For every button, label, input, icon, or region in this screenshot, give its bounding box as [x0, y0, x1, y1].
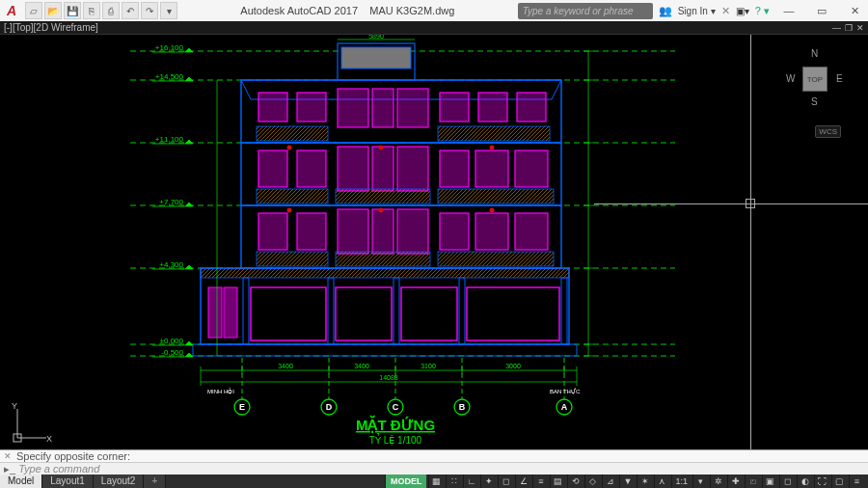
- status-grid-icon[interactable]: ▦: [428, 474, 444, 488]
- status-annomon-icon[interactable]: ✚: [727, 474, 743, 488]
- doc-minimize-icon[interactable]: —: [832, 23, 841, 33]
- svg-marker-84: [185, 265, 193, 269]
- status-isolate-icon[interactable]: ◐: [797, 474, 812, 488]
- svg-point-49: [379, 208, 384, 213]
- svg-rect-55: [251, 287, 326, 340]
- status-model-toggle[interactable]: MODEL: [385, 474, 427, 488]
- qat-more-icon[interactable]: ▾: [160, 2, 177, 19]
- svg-rect-62: [459, 278, 465, 344]
- status-annoscale-icon[interactable]: ⋏: [654, 474, 669, 488]
- svg-rect-45: [257, 252, 328, 266]
- ucs-x-label: X: [46, 434, 52, 444]
- signin-button[interactable]: Sign In ▾: [678, 6, 716, 16]
- svg-rect-63: [561, 278, 567, 344]
- svg-marker-80: [185, 140, 193, 144]
- status-lockui-icon[interactable]: ◻: [779, 474, 795, 488]
- status-workspace-icon[interactable]: ✲: [710, 474, 725, 488]
- svg-rect-28: [475, 150, 508, 187]
- svg-rect-43: [475, 213, 508, 250]
- status-cleanscreen-icon[interactable]: ▢: [831, 474, 847, 488]
- floor-2: [241, 205, 561, 268]
- doc-close-icon[interactable]: ✕: [856, 23, 864, 33]
- open-icon[interactable]: 📂: [44, 2, 62, 19]
- help-search-input[interactable]: Type a keyword or phrase: [518, 3, 653, 19]
- svg-rect-44: [515, 213, 548, 250]
- svg-rect-54: [224, 287, 237, 338]
- svg-marker-82: [185, 203, 193, 206]
- svg-marker-78: [185, 77, 193, 81]
- plot-icon[interactable]: ⎙: [102, 2, 120, 19]
- layout-tab-model[interactable]: Model: [0, 474, 42, 488]
- undo-icon[interactable]: ↶: [122, 2, 139, 19]
- status-customize-icon[interactable]: ≡: [849, 474, 864, 488]
- floor-3: [241, 143, 561, 205]
- status-cycling-icon[interactable]: ⟲: [567, 474, 583, 488]
- status-quickprops-icon[interactable]: ▣: [762, 474, 777, 488]
- redo-icon[interactable]: ↷: [141, 2, 158, 19]
- ucs-icon: [14, 409, 46, 442]
- ucs-y-label: Y: [12, 401, 17, 411]
- svg-rect-30: [257, 189, 328, 203]
- svg-rect-25: [372, 147, 393, 191]
- svg-rect-18: [517, 93, 546, 122]
- status-filter-icon[interactable]: ▼: [619, 474, 635, 488]
- floor-ground: [201, 268, 569, 344]
- app-logo-icon[interactable]: A: [3, 2, 20, 19]
- app-name: Autodesk AutoCAD 2017: [240, 5, 358, 16]
- status-otrack-icon[interactable]: ∠: [515, 474, 530, 488]
- svg-rect-24: [338, 147, 368, 191]
- dim-seg: 3100: [420, 363, 436, 369]
- svg-rect-19: [257, 126, 328, 141]
- doc-restore-icon[interactable]: ❐: [845, 23, 853, 33]
- layout-tab-add[interactable]: +: [144, 474, 166, 488]
- svg-rect-61: [393, 278, 399, 344]
- grid-bubble-c: C: [393, 402, 399, 412]
- exchange-icon[interactable]: ✕: [721, 5, 730, 17]
- level-label: +14.500: [155, 72, 184, 81]
- status-osnap-icon[interactable]: ◻: [498, 474, 513, 488]
- status-units-icon[interactable]: ⏍: [745, 474, 760, 488]
- svg-rect-32: [438, 189, 554, 203]
- svg-rect-26: [397, 147, 428, 191]
- layout-tab-2[interactable]: Layout2: [94, 474, 145, 488]
- saveas-icon[interactable]: ⎘: [83, 2, 100, 19]
- status-hardware-icon[interactable]: ⛶: [814, 474, 829, 488]
- level-label: -0.500: [161, 348, 183, 357]
- status-ortho-icon[interactable]: ∟: [463, 474, 478, 488]
- status-lineweight-icon[interactable]: ≡: [532, 474, 548, 488]
- status-transparency-icon[interactable]: ▤: [550, 474, 565, 488]
- bottom-bar: Model Layout1 Layout2 + MODEL ▦ ∷ ∟ ✦ ◻ …: [0, 474, 868, 488]
- cmd-close-icon[interactable]: ✕: [4, 450, 14, 463]
- maximize-button[interactable]: ▭: [808, 1, 835, 20]
- svg-rect-42: [440, 213, 469, 250]
- new-icon[interactable]: ▱: [25, 2, 42, 19]
- status-scale-dropdown-icon[interactable]: ▾: [692, 474, 708, 488]
- svg-point-50: [490, 208, 495, 213]
- status-scale-value[interactable]: 1:1: [671, 474, 691, 488]
- grid-bubble-e: E: [239, 402, 245, 412]
- svg-rect-64: [193, 344, 577, 356]
- infocenter-icon[interactable]: 👥: [659, 5, 672, 17]
- status-gizmo-icon[interactable]: ✶: [637, 474, 652, 488]
- svg-rect-23: [297, 150, 326, 187]
- viewport-label[interactable]: [-][Top][2D Wireframe]: [4, 22, 98, 33]
- svg-rect-52: [201, 268, 569, 278]
- level-label: +11.100: [155, 135, 184, 144]
- help-icon[interactable]: ? ▾: [755, 5, 770, 17]
- status-dynucs-icon[interactable]: ⊿: [602, 474, 617, 488]
- save-icon[interactable]: 💾: [64, 2, 81, 19]
- title-right-cluster: 👥 Sign In ▾ ✕ ▣▾ ? ▾ — ▭ ✕: [659, 1, 868, 20]
- layout-tab-1[interactable]: Layout1: [42, 474, 94, 488]
- drawing-viewport[interactable]: N S E W TOP WCS: [0, 35, 868, 449]
- svg-rect-37: [258, 213, 287, 250]
- svg-rect-20: [438, 126, 550, 141]
- drawing-content: E D C B A +16.100 +14.500 +11.100 +7.700…: [0, 35, 868, 449]
- svg-rect-60: [328, 278, 334, 344]
- close-button[interactable]: ✕: [841, 1, 868, 20]
- stayconnected-icon[interactable]: ▣▾: [736, 6, 749, 16]
- dim-top: 5890: [368, 35, 384, 40]
- status-3dosnap-icon[interactable]: ◇: [584, 474, 600, 488]
- status-snap-icon[interactable]: ∷: [446, 474, 461, 488]
- status-polar-icon[interactable]: ✦: [480, 474, 496, 488]
- minimize-button[interactable]: —: [775, 1, 802, 20]
